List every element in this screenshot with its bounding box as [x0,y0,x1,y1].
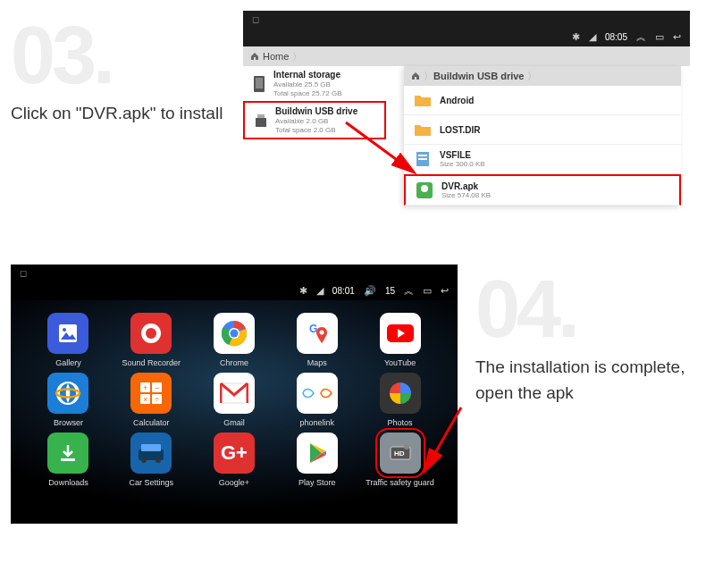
android-nav-bar: ◻ [243,11,690,27]
breadcrumb-folder[interactable]: Buildwin USB drive [433,71,524,81]
app-label: Browser [54,418,83,427]
status-extra: 15 [385,286,395,296]
step-number: 04. [475,273,690,346]
app-label: Sound Recorder [122,358,181,367]
svg-point-18 [230,330,238,338]
signal-icon: ◢ [589,31,596,43]
gmail-icon [214,373,255,414]
svg-point-21 [319,331,324,335]
breadcrumb-bar: Home 〉 [243,46,690,66]
app-label: Gallery [55,358,81,367]
app-phonelink[interactable]: phonelink [275,373,358,427]
step-caption: Click on "DVR.apk" to install [11,101,225,127]
svg-rect-1 [256,78,263,88]
breadcrumb-bar-sub: 〉 Buildwin USB drive 〉 [404,66,681,86]
status-bar: ✱ ◢ 08:05 ︽ ▭ ↩ [243,27,690,46]
gplus-icon: G+ [214,433,255,474]
svg-point-23 [56,382,80,405]
svg-text:HD: HD [394,449,405,458]
svg-point-11 [63,328,66,332]
app-gallery[interactable]: Gallery [27,313,110,367]
chevron-up-icon[interactable]: ︽ [636,30,646,44]
back-icon[interactable]: ↩ [441,285,449,297]
file-title: Android [440,96,474,105]
app-label: Car Settings [129,478,173,487]
recorder-icon [130,313,172,354]
status-bar: ✱ ◢ 08:01 🔊 15 ︽ ▭ ↩ [11,281,458,300]
dock-icon[interactable]: ◻ [20,268,27,278]
app-carsettings[interactable]: Car Settings [110,433,193,487]
app-youtube[interactable]: YouTube [358,313,441,367]
youtube-icon [380,313,421,354]
browser-icon [47,373,88,414]
app-chrome[interactable]: Chrome [193,313,276,367]
svg-rect-34 [61,458,75,461]
phone-icon [250,73,268,95]
app-gmail[interactable]: Gmail [193,373,276,427]
chevron-right-icon: 〉 [527,70,537,83]
svg-text:−: − [155,383,159,392]
app-label: Play Store [298,478,336,487]
file-title: VSFILE [440,150,485,160]
gallery-icon [47,313,88,354]
chevron-right-icon: 〉 [292,50,302,63]
breadcrumb-home-sub[interactable] [411,71,420,80]
back-icon[interactable]: ↩ [673,31,681,43]
recent-icon[interactable]: ▭ [655,31,664,43]
svg-point-41 [404,444,409,449]
app-recorder[interactable]: Sound Recorder [110,313,193,367]
home-icon [250,52,259,61]
calc-icon: +−×÷ [130,373,172,414]
file-list-panel: 〉 Buildwin USB drive 〉 Android LOST.DIR … [404,66,681,206]
svg-point-8 [421,185,428,192]
file-title: DVR.apk [441,181,491,191]
app-label: Maps [307,358,327,367]
file-title: LOST.DIR [440,125,481,135]
app-downloads[interactable]: Downloads [27,433,110,487]
app-label: Chrome [220,358,248,367]
chevron-right-icon: 〉 [424,70,433,83]
carsettings-icon [130,433,172,474]
downloads-icon [47,433,88,474]
maps-icon: G [297,313,338,354]
file-manager: ◻ ✱ ◢ 08:05 ︽ ▭ ↩ Home 〉 [243,11,690,243]
apk-icon [415,181,434,200]
app-label: Calculator [133,418,170,427]
file-row[interactable]: VSFILE Size 300.0 KB [404,145,681,174]
file-row[interactable]: DVR.apk Size 574.08 KB [404,174,681,206]
app-label: Traffic safety guard [366,478,434,487]
step-04: ◻ ✱ ◢ 08:01 🔊 15 ︽ ▭ ↩ Gallery Sound Rec… [0,254,706,534]
svg-point-38 [155,458,161,463]
svg-rect-6 [418,158,427,160]
home-icon [411,71,420,80]
app-browser[interactable]: Browser [27,373,110,427]
app-calc[interactable]: +−×÷ Calculator [110,373,193,427]
android-launcher: ◻ ✱ ◢ 08:01 🔊 15 ︽ ▭ ↩ Gallery Sound Rec… [11,265,458,524]
file-subtitle: Size 574.08 KB [441,191,491,199]
app-label: Photos [388,418,413,427]
app-playstore[interactable]: Play Store [275,433,358,487]
signal-icon: ◢ [316,285,324,297]
svg-text:÷: ÷ [155,395,159,404]
svg-rect-2 [257,114,265,118]
app-label: YouTube [384,358,416,367]
svg-text:×: × [143,395,147,404]
app-photos[interactable]: Photos [358,373,441,427]
step-03-text: 03. Click on "DVR.apk" to install [11,11,225,127]
app-label: phonelink [300,418,335,427]
usb-icon [252,110,270,131]
folder-icon [413,90,433,110]
clock: 08:05 [605,32,627,42]
breadcrumb-home[interactable]: Home [250,51,289,62]
app-maps[interactable]: G Maps [275,313,358,367]
traffic-icon: HD [380,433,421,474]
file-row[interactable]: LOST.DIR [404,115,681,145]
dock-icon[interactable]: ◻ [252,14,259,24]
chevron-up-icon[interactable]: ︽ [404,284,414,298]
recent-icon[interactable]: ▭ [423,285,432,297]
file-row[interactable]: Android [404,86,681,115]
app-gplus[interactable]: G+ Google+ [193,433,276,487]
usb-drive-highlight[interactable]: Buildwin USB drive Available 2.0 GB Tota… [243,101,386,139]
app-traffic[interactable]: HD Traffic safety guard [358,433,441,487]
svg-text:+: + [143,383,147,392]
